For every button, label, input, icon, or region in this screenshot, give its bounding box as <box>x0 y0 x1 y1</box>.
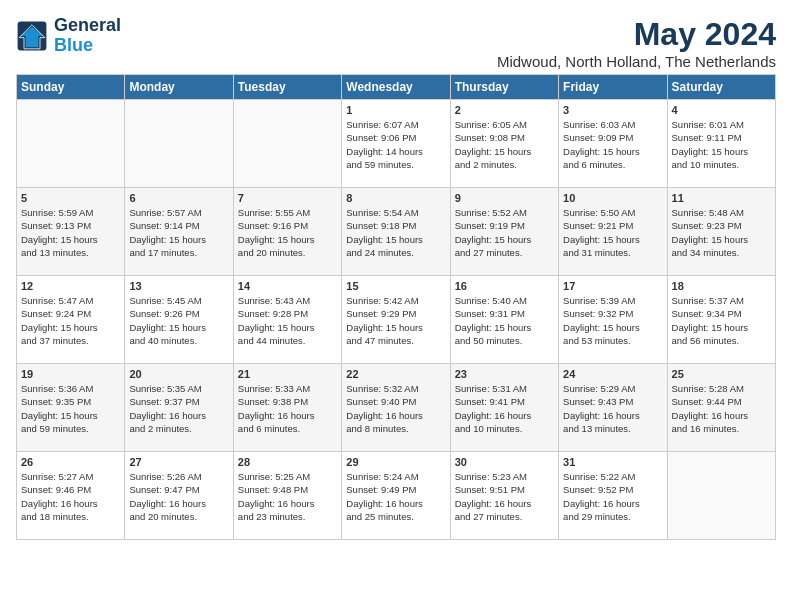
day-info: Sunrise: 6:01 AMSunset: 9:11 PMDaylight:… <box>672 118 771 171</box>
calendar-cell: 18Sunrise: 5:37 AMSunset: 9:34 PMDayligh… <box>667 276 775 364</box>
weekday-header-monday: Monday <box>125 75 233 100</box>
day-info: Sunrise: 5:29 AMSunset: 9:43 PMDaylight:… <box>563 382 662 435</box>
weekday-header-wednesday: Wednesday <box>342 75 450 100</box>
weekday-header-tuesday: Tuesday <box>233 75 341 100</box>
calendar-cell: 25Sunrise: 5:28 AMSunset: 9:44 PMDayligh… <box>667 364 775 452</box>
day-number: 25 <box>672 368 771 380</box>
day-number: 23 <box>455 368 554 380</box>
calendar-cell: 2Sunrise: 6:05 AMSunset: 9:08 PMDaylight… <box>450 100 558 188</box>
day-info: Sunrise: 5:31 AMSunset: 9:41 PMDaylight:… <box>455 382 554 435</box>
day-number: 6 <box>129 192 228 204</box>
calendar-cell: 27Sunrise: 5:26 AMSunset: 9:47 PMDayligh… <box>125 452 233 540</box>
calendar-cell: 3Sunrise: 6:03 AMSunset: 9:09 PMDaylight… <box>559 100 667 188</box>
calendar-cell: 30Sunrise: 5:23 AMSunset: 9:51 PMDayligh… <box>450 452 558 540</box>
day-number: 9 <box>455 192 554 204</box>
calendar-cell: 4Sunrise: 6:01 AMSunset: 9:11 PMDaylight… <box>667 100 775 188</box>
calendar-cell: 1Sunrise: 6:07 AMSunset: 9:06 PMDaylight… <box>342 100 450 188</box>
day-number: 18 <box>672 280 771 292</box>
weekday-header-thursday: Thursday <box>450 75 558 100</box>
calendar-cell <box>17 100 125 188</box>
page-header: General Blue May 2024 Midwoud, North Hol… <box>16 16 776 70</box>
weekday-header-row: SundayMondayTuesdayWednesdayThursdayFrid… <box>17 75 776 100</box>
day-number: 8 <box>346 192 445 204</box>
day-number: 11 <box>672 192 771 204</box>
day-number: 26 <box>21 456 120 468</box>
day-info: Sunrise: 5:27 AMSunset: 9:46 PMDaylight:… <box>21 470 120 523</box>
day-number: 21 <box>238 368 337 380</box>
day-info: Sunrise: 5:47 AMSunset: 9:24 PMDaylight:… <box>21 294 120 347</box>
location-title: Midwoud, North Holland, The Netherlands <box>497 53 776 70</box>
day-number: 29 <box>346 456 445 468</box>
calendar-cell: 12Sunrise: 5:47 AMSunset: 9:24 PMDayligh… <box>17 276 125 364</box>
day-number: 3 <box>563 104 662 116</box>
day-info: Sunrise: 6:03 AMSunset: 9:09 PMDaylight:… <box>563 118 662 171</box>
calendar-table: SundayMondayTuesdayWednesdayThursdayFrid… <box>16 74 776 540</box>
day-info: Sunrise: 5:24 AMSunset: 9:49 PMDaylight:… <box>346 470 445 523</box>
day-info: Sunrise: 5:54 AMSunset: 9:18 PMDaylight:… <box>346 206 445 259</box>
calendar-cell: 19Sunrise: 5:36 AMSunset: 9:35 PMDayligh… <box>17 364 125 452</box>
calendar-cell <box>667 452 775 540</box>
calendar-cell: 24Sunrise: 5:29 AMSunset: 9:43 PMDayligh… <box>559 364 667 452</box>
day-number: 16 <box>455 280 554 292</box>
day-info: Sunrise: 5:37 AMSunset: 9:34 PMDaylight:… <box>672 294 771 347</box>
day-number: 7 <box>238 192 337 204</box>
calendar-week-3: 12Sunrise: 5:47 AMSunset: 9:24 PMDayligh… <box>17 276 776 364</box>
day-info: Sunrise: 5:43 AMSunset: 9:28 PMDaylight:… <box>238 294 337 347</box>
calendar-body: 1Sunrise: 6:07 AMSunset: 9:06 PMDaylight… <box>17 100 776 540</box>
calendar-week-1: 1Sunrise: 6:07 AMSunset: 9:06 PMDaylight… <box>17 100 776 188</box>
day-info: Sunrise: 5:33 AMSunset: 9:38 PMDaylight:… <box>238 382 337 435</box>
day-info: Sunrise: 5:45 AMSunset: 9:26 PMDaylight:… <box>129 294 228 347</box>
day-info: Sunrise: 5:32 AMSunset: 9:40 PMDaylight:… <box>346 382 445 435</box>
title-block: May 2024 Midwoud, North Holland, The Net… <box>497 16 776 70</box>
day-info: Sunrise: 5:57 AMSunset: 9:14 PMDaylight:… <box>129 206 228 259</box>
day-number: 4 <box>672 104 771 116</box>
day-number: 2 <box>455 104 554 116</box>
day-number: 12 <box>21 280 120 292</box>
day-number: 14 <box>238 280 337 292</box>
logo-line2: Blue <box>54 36 121 56</box>
calendar-cell: 21Sunrise: 5:33 AMSunset: 9:38 PMDayligh… <box>233 364 341 452</box>
day-number: 24 <box>563 368 662 380</box>
day-info: Sunrise: 6:07 AMSunset: 9:06 PMDaylight:… <box>346 118 445 171</box>
calendar-cell: 22Sunrise: 5:32 AMSunset: 9:40 PMDayligh… <box>342 364 450 452</box>
day-number: 20 <box>129 368 228 380</box>
calendar-cell: 26Sunrise: 5:27 AMSunset: 9:46 PMDayligh… <box>17 452 125 540</box>
calendar-cell: 23Sunrise: 5:31 AMSunset: 9:41 PMDayligh… <box>450 364 558 452</box>
day-number: 5 <box>21 192 120 204</box>
day-number: 31 <box>563 456 662 468</box>
day-info: Sunrise: 5:23 AMSunset: 9:51 PMDaylight:… <box>455 470 554 523</box>
day-info: Sunrise: 5:55 AMSunset: 9:16 PMDaylight:… <box>238 206 337 259</box>
month-title: May 2024 <box>497 16 776 53</box>
calendar-week-4: 19Sunrise: 5:36 AMSunset: 9:35 PMDayligh… <box>17 364 776 452</box>
calendar-cell: 13Sunrise: 5:45 AMSunset: 9:26 PMDayligh… <box>125 276 233 364</box>
calendar-cell: 8Sunrise: 5:54 AMSunset: 9:18 PMDaylight… <box>342 188 450 276</box>
calendar-cell: 31Sunrise: 5:22 AMSunset: 9:52 PMDayligh… <box>559 452 667 540</box>
calendar-cell: 11Sunrise: 5:48 AMSunset: 9:23 PMDayligh… <box>667 188 775 276</box>
day-info: Sunrise: 5:25 AMSunset: 9:48 PMDaylight:… <box>238 470 337 523</box>
weekday-header-friday: Friday <box>559 75 667 100</box>
day-number: 10 <box>563 192 662 204</box>
calendar-cell <box>233 100 341 188</box>
day-info: Sunrise: 5:36 AMSunset: 9:35 PMDaylight:… <box>21 382 120 435</box>
calendar-cell: 17Sunrise: 5:39 AMSunset: 9:32 PMDayligh… <box>559 276 667 364</box>
day-number: 15 <box>346 280 445 292</box>
day-number: 27 <box>129 456 228 468</box>
day-number: 19 <box>21 368 120 380</box>
day-number: 30 <box>455 456 554 468</box>
calendar-cell: 10Sunrise: 5:50 AMSunset: 9:21 PMDayligh… <box>559 188 667 276</box>
day-info: Sunrise: 5:52 AMSunset: 9:19 PMDaylight:… <box>455 206 554 259</box>
calendar-cell: 20Sunrise: 5:35 AMSunset: 9:37 PMDayligh… <box>125 364 233 452</box>
calendar-week-5: 26Sunrise: 5:27 AMSunset: 9:46 PMDayligh… <box>17 452 776 540</box>
day-info: Sunrise: 5:22 AMSunset: 9:52 PMDaylight:… <box>563 470 662 523</box>
weekday-header-sunday: Sunday <box>17 75 125 100</box>
calendar-cell: 28Sunrise: 5:25 AMSunset: 9:48 PMDayligh… <box>233 452 341 540</box>
day-info: Sunrise: 5:35 AMSunset: 9:37 PMDaylight:… <box>129 382 228 435</box>
day-info: Sunrise: 5:28 AMSunset: 9:44 PMDaylight:… <box>672 382 771 435</box>
day-number: 22 <box>346 368 445 380</box>
calendar-cell: 15Sunrise: 5:42 AMSunset: 9:29 PMDayligh… <box>342 276 450 364</box>
calendar-cell <box>125 100 233 188</box>
calendar-cell: 16Sunrise: 5:40 AMSunset: 9:31 PMDayligh… <box>450 276 558 364</box>
calendar-cell: 9Sunrise: 5:52 AMSunset: 9:19 PMDaylight… <box>450 188 558 276</box>
day-info: Sunrise: 5:40 AMSunset: 9:31 PMDaylight:… <box>455 294 554 347</box>
day-info: Sunrise: 6:05 AMSunset: 9:08 PMDaylight:… <box>455 118 554 171</box>
